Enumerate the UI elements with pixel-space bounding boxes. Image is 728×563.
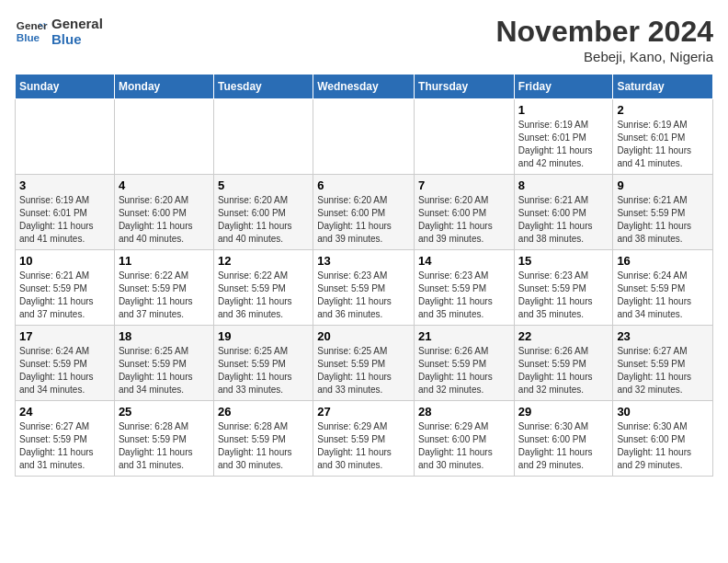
day-number: 5 [218, 178, 309, 192]
col-header-sunday: Sunday [16, 75, 115, 99]
day-info: Sunrise: 6:30 AM Sunset: 6:00 PM Dayligh… [518, 420, 609, 472]
day-number: 6 [317, 178, 410, 192]
day-number: 24 [19, 405, 110, 419]
day-number: 15 [518, 254, 609, 268]
day-cell: 28Sunrise: 6:29 AM Sunset: 6:00 PM Dayli… [415, 401, 515, 477]
day-cell: 5Sunrise: 6:20 AM Sunset: 6:00 PM Daylig… [213, 175, 313, 250]
day-number: 17 [19, 329, 110, 343]
day-info: Sunrise: 6:29 AM Sunset: 6:00 PM Dayligh… [418, 420, 510, 472]
month-title: November 2024 [495, 15, 713, 49]
day-cell: 11Sunrise: 6:22 AM Sunset: 5:59 PM Dayli… [114, 250, 213, 326]
day-number: 11 [119, 254, 210, 268]
day-info: Sunrise: 6:26 AM Sunset: 5:59 PM Dayligh… [518, 345, 609, 396]
day-number: 7 [418, 178, 510, 192]
day-cell: 16Sunrise: 6:24 AM Sunset: 5:59 PM Dayli… [613, 250, 713, 326]
logo: General Blue General Blue [15, 15, 103, 48]
day-number: 28 [418, 405, 510, 419]
day-info: Sunrise: 6:21 AM Sunset: 5:59 PM Dayligh… [19, 270, 110, 321]
day-cell: 20Sunrise: 6:25 AM Sunset: 5:59 PM Dayli… [313, 326, 415, 401]
week-row-5: 24Sunrise: 6:27 AM Sunset: 5:59 PM Dayli… [16, 401, 713, 477]
day-cell: 4Sunrise: 6:20 AM Sunset: 6:00 PM Daylig… [114, 175, 213, 250]
day-info: Sunrise: 6:25 AM Sunset: 5:59 PM Dayligh… [317, 345, 410, 396]
col-header-monday: Monday [114, 75, 213, 99]
day-cell: 18Sunrise: 6:25 AM Sunset: 5:59 PM Dayli… [114, 326, 213, 401]
day-info: Sunrise: 6:27 AM Sunset: 5:59 PM Dayligh… [617, 345, 709, 396]
day-info: Sunrise: 6:27 AM Sunset: 5:59 PM Dayligh… [19, 420, 110, 472]
day-number: 13 [317, 254, 410, 268]
day-info: Sunrise: 6:25 AM Sunset: 5:59 PM Dayligh… [119, 345, 210, 396]
day-cell: 27Sunrise: 6:29 AM Sunset: 5:59 PM Dayli… [313, 401, 415, 477]
day-cell: 24Sunrise: 6:27 AM Sunset: 5:59 PM Dayli… [16, 401, 115, 477]
day-cell [313, 99, 415, 175]
day-info: Sunrise: 6:28 AM Sunset: 5:59 PM Dayligh… [218, 420, 309, 472]
week-row-3: 10Sunrise: 6:21 AM Sunset: 5:59 PM Dayli… [16, 250, 713, 326]
day-number: 18 [119, 329, 210, 343]
svg-text:Blue: Blue [17, 31, 40, 43]
day-cell: 2Sunrise: 6:19 AM Sunset: 6:01 PM Daylig… [613, 99, 713, 175]
day-number: 14 [418, 254, 510, 268]
logo-icon: General Blue [15, 15, 48, 48]
day-number: 3 [19, 178, 110, 192]
day-info: Sunrise: 6:20 AM Sunset: 6:00 PM Dayligh… [317, 194, 410, 246]
day-cell: 10Sunrise: 6:21 AM Sunset: 5:59 PM Dayli… [16, 250, 115, 326]
day-cell: 12Sunrise: 6:22 AM Sunset: 5:59 PM Dayli… [213, 250, 313, 326]
day-info: Sunrise: 6:20 AM Sunset: 6:00 PM Dayligh… [418, 194, 510, 246]
col-header-tuesday: Tuesday [213, 75, 313, 99]
svg-text:General: General [17, 19, 48, 31]
day-cell: 30Sunrise: 6:30 AM Sunset: 6:00 PM Dayli… [613, 401, 713, 477]
col-header-saturday: Saturday [613, 75, 713, 99]
day-cell: 19Sunrise: 6:25 AM Sunset: 5:59 PM Dayli… [213, 326, 313, 401]
day-cell: 17Sunrise: 6:24 AM Sunset: 5:59 PM Dayli… [16, 326, 115, 401]
col-header-friday: Friday [514, 75, 613, 99]
week-row-1: 1Sunrise: 6:19 AM Sunset: 6:01 PM Daylig… [16, 99, 713, 175]
day-info: Sunrise: 6:24 AM Sunset: 5:59 PM Dayligh… [19, 345, 110, 396]
day-number: 9 [617, 178, 709, 192]
day-number: 16 [617, 254, 709, 268]
day-info: Sunrise: 6:20 AM Sunset: 6:00 PM Dayligh… [218, 194, 309, 246]
day-cell: 3Sunrise: 6:19 AM Sunset: 6:01 PM Daylig… [16, 175, 115, 250]
day-info: Sunrise: 6:26 AM Sunset: 5:59 PM Dayligh… [418, 345, 510, 396]
day-number: 4 [119, 178, 210, 192]
page-header: General Blue General Blue November 2024 … [15, 15, 713, 64]
day-cell: 15Sunrise: 6:23 AM Sunset: 5:59 PM Dayli… [514, 250, 613, 326]
day-cell: 25Sunrise: 6:28 AM Sunset: 5:59 PM Dayli… [114, 401, 213, 477]
day-info: Sunrise: 6:19 AM Sunset: 6:01 PM Dayligh… [19, 194, 110, 246]
day-cell [114, 99, 213, 175]
day-cell [415, 99, 515, 175]
day-cell: 7Sunrise: 6:20 AM Sunset: 6:00 PM Daylig… [415, 175, 515, 250]
day-info: Sunrise: 6:20 AM Sunset: 6:00 PM Dayligh… [119, 194, 210, 246]
day-info: Sunrise: 6:24 AM Sunset: 5:59 PM Dayligh… [617, 270, 709, 321]
day-info: Sunrise: 6:19 AM Sunset: 6:01 PM Dayligh… [518, 119, 609, 170]
day-info: Sunrise: 6:22 AM Sunset: 5:59 PM Dayligh… [218, 270, 309, 321]
week-row-4: 17Sunrise: 6:24 AM Sunset: 5:59 PM Dayli… [16, 326, 713, 401]
day-number: 12 [218, 254, 309, 268]
day-cell: 9Sunrise: 6:21 AM Sunset: 5:59 PM Daylig… [613, 175, 713, 250]
day-cell: 1Sunrise: 6:19 AM Sunset: 6:01 PM Daylig… [514, 99, 613, 175]
day-info: Sunrise: 6:23 AM Sunset: 5:59 PM Dayligh… [317, 270, 410, 321]
day-cell: 21Sunrise: 6:26 AM Sunset: 5:59 PM Dayli… [415, 326, 515, 401]
day-number: 20 [317, 329, 410, 343]
day-info: Sunrise: 6:29 AM Sunset: 5:59 PM Dayligh… [317, 420, 410, 472]
day-cell: 23Sunrise: 6:27 AM Sunset: 5:59 PM Dayli… [613, 326, 713, 401]
day-info: Sunrise: 6:22 AM Sunset: 5:59 PM Dayligh… [119, 270, 210, 321]
day-number: 23 [617, 329, 709, 343]
day-number: 29 [518, 405, 609, 419]
col-header-thursday: Thursday [415, 75, 515, 99]
day-cell: 13Sunrise: 6:23 AM Sunset: 5:59 PM Dayli… [313, 250, 415, 326]
col-header-wednesday: Wednesday [313, 75, 415, 99]
day-number: 1 [518, 103, 609, 117]
day-number: 19 [218, 329, 309, 343]
day-info: Sunrise: 6:19 AM Sunset: 6:01 PM Dayligh… [617, 119, 709, 170]
title-area: November 2024 Bebeji, Kano, Nigeria [495, 15, 713, 64]
day-cell: 6Sunrise: 6:20 AM Sunset: 6:00 PM Daylig… [313, 175, 415, 250]
day-info: Sunrise: 6:25 AM Sunset: 5:59 PM Dayligh… [218, 345, 309, 396]
day-cell: 29Sunrise: 6:30 AM Sunset: 6:00 PM Dayli… [514, 401, 613, 477]
day-number: 27 [317, 405, 410, 419]
day-number: 25 [119, 405, 210, 419]
day-number: 21 [418, 329, 510, 343]
day-cell: 14Sunrise: 6:23 AM Sunset: 5:59 PM Dayli… [415, 250, 515, 326]
day-cell: 22Sunrise: 6:26 AM Sunset: 5:59 PM Dayli… [514, 326, 613, 401]
day-info: Sunrise: 6:28 AM Sunset: 5:59 PM Dayligh… [119, 420, 210, 472]
day-cell: 8Sunrise: 6:21 AM Sunset: 6:00 PM Daylig… [514, 175, 613, 250]
calendar-table: SundayMondayTuesdayWednesdayThursdayFrid… [15, 74, 713, 477]
